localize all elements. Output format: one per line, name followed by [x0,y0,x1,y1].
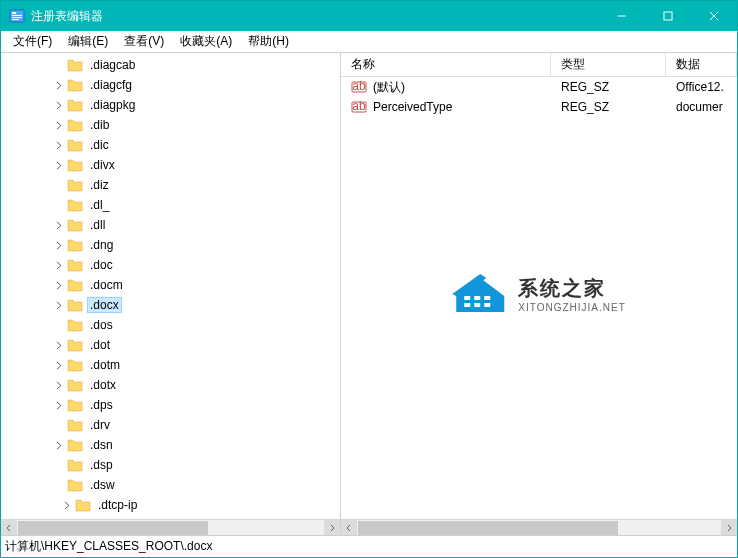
statusbar: 计算机\HKEY_CLASSES_ROOT\.docx [1,535,737,557]
expand-icon[interactable] [53,139,65,151]
tree-hscrollbar[interactable] [1,519,340,535]
tree-item[interactable]: .dic [1,135,340,155]
minimize-button[interactable] [599,1,645,31]
expand-icon[interactable] [53,279,65,291]
leaf-icon [53,179,65,191]
tree-item[interactable]: .diz [1,175,340,195]
folder-icon [67,318,83,332]
tree-item[interactable]: .docx [1,295,340,315]
window-title: 注册表编辑器 [31,8,599,25]
tree-item-label: .dps [87,397,116,413]
scroll-left-icon[interactable] [341,520,357,536]
tree-item-label: .dtcp-ip [95,497,140,513]
scroll-thumb[interactable] [18,521,208,535]
svg-text:ab: ab [352,79,366,93]
svg-rect-15 [484,296,490,300]
list-hscrollbar[interactable] [341,519,737,535]
expand-icon[interactable] [53,299,65,311]
folder-icon [67,418,83,432]
col-data[interactable]: 数据 [666,53,737,77]
folder-icon [67,98,83,112]
expand-icon[interactable] [53,219,65,231]
tree-item[interactable]: .dos [1,315,340,335]
scroll-left-icon[interactable] [1,520,17,536]
expand-icon[interactable] [53,79,65,91]
folder-icon [67,278,83,292]
menu-view[interactable]: 查看(V) [116,31,172,52]
leaf-icon [53,319,65,331]
expand-icon[interactable] [53,359,65,371]
tree-item[interactable]: .dotm [1,355,340,375]
expand-icon[interactable] [53,259,65,271]
list-header: 名称 类型 数据 [341,53,737,77]
close-button[interactable] [691,1,737,31]
tree-item[interactable]: .dtcp-ip [1,495,340,515]
tree-item[interactable]: .dll [1,215,340,235]
tree-item[interactable]: .dl_ [1,195,340,215]
tree-item[interactable]: .dps [1,395,340,415]
tree-item-label: .dot [87,337,113,353]
tree-item[interactable]: .diagcfg [1,75,340,95]
folder-icon [67,198,83,212]
list-row[interactable]: ab(默认)REG_SZOffice12. [341,77,737,97]
menu-edit[interactable]: 编辑(E) [60,31,116,52]
tree-pane[interactable]: .diagcab.diagcfg.diagpkg.dib.dic.divx.di… [1,53,341,535]
expand-icon[interactable] [53,99,65,111]
col-name[interactable]: 名称 [341,53,551,77]
string-value-icon: ab [351,79,367,95]
expand-icon[interactable] [53,379,65,391]
svg-rect-13 [464,296,470,300]
tree-item-label: .diagcfg [87,77,135,93]
folder-icon [67,398,83,412]
tree-item-label: .docm [87,277,126,293]
tree-item[interactable]: .docm [1,275,340,295]
expand-icon[interactable] [53,399,65,411]
expand-icon[interactable] [61,499,73,511]
tree-item[interactable]: .dotx [1,375,340,395]
expand-icon[interactable] [53,239,65,251]
status-path: 计算机\HKEY_CLASSES_ROOT\.docx [5,538,212,555]
value-name: (默认) [373,79,405,96]
svg-rect-1 [12,12,16,14]
list-row[interactable]: abPerceivedTypeREG_SZdocumer [341,97,737,117]
tree-item[interactable]: .dsp [1,455,340,475]
expand-icon[interactable] [53,339,65,351]
tree-item[interactable]: .dng [1,235,340,255]
leaf-icon [53,199,65,211]
expand-icon[interactable] [53,119,65,131]
svg-rect-2 [12,15,22,16]
scroll-right-icon[interactable] [324,520,340,536]
leaf-icon [53,459,65,471]
tree-item[interactable]: .dsn [1,435,340,455]
tree-item[interactable]: .dsw [1,475,340,495]
menu-file[interactable]: 文件(F) [5,31,60,52]
tree-item[interactable]: .diagcab [1,55,340,75]
list-pane[interactable]: 名称 类型 数据 ab(默认)REG_SZOffice12.abPerceive… [341,53,737,535]
expand-icon[interactable] [53,159,65,171]
folder-icon [75,498,91,512]
tree-item-label: .dotx [87,377,119,393]
scroll-right-icon[interactable] [721,520,737,536]
tree-item[interactable]: .drv [1,415,340,435]
tree-item-label: .dos [87,317,116,333]
tree-item-label: .dic [87,137,112,153]
menu-help[interactable]: 帮助(H) [240,31,297,52]
value-type: REG_SZ [551,98,666,116]
col-type[interactable]: 类型 [551,53,666,77]
expand-icon[interactable] [53,439,65,451]
tree-item[interactable]: .doc [1,255,340,275]
watermark: 系统之家 XITONGZHIJIA.NET [452,272,626,316]
maximize-button[interactable] [645,1,691,31]
window-controls [599,1,737,31]
tree-item[interactable]: .diagpkg [1,95,340,115]
menu-favorites[interactable]: 收藏夹(A) [172,31,240,52]
scroll-thumb[interactable] [358,521,618,535]
tree-item[interactable]: .dot [1,335,340,355]
tree-item-label: .dng [87,237,116,253]
folder-icon [67,358,83,372]
tree-item[interactable]: .dib [1,115,340,135]
content-area: .diagcab.diagcfg.diagpkg.dib.dic.divx.di… [1,53,737,535]
folder-icon [67,258,83,272]
menubar: 文件(F) 编辑(E) 查看(V) 收藏夹(A) 帮助(H) [1,31,737,53]
tree-item[interactable]: .divx [1,155,340,175]
